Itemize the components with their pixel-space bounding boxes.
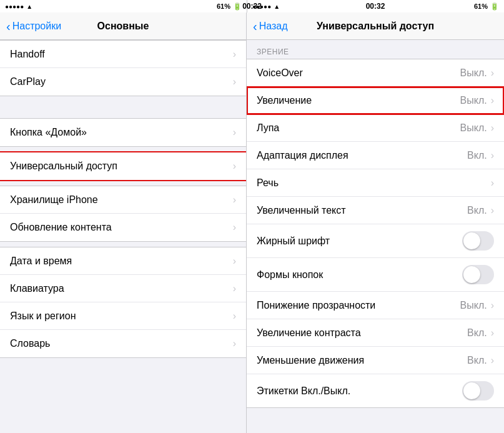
list-item[interactable]: Универсальный доступ › (0, 152, 246, 180)
chevron-icon: › (491, 150, 494, 161)
list-item[interactable]: Уменьшение движения Вкл. › (247, 347, 504, 374)
chevron-icon: › (491, 327, 494, 339)
row-label-reduce-transparency: Понижение прозрачности (257, 300, 460, 311)
left-time: 00:32 (242, 2, 262, 11)
chevron-icon: › (491, 355, 494, 366)
chevron-icon: › (491, 177, 494, 189)
list-item[interactable]: Жирный шрифт (247, 224, 504, 258)
list-item[interactable]: Хранилище iPhone › (0, 186, 246, 214)
left-battery-icon: 🔋 (233, 2, 242, 11)
row-value-magnifier: Выкл. (460, 122, 487, 134)
chevron-icon: › (233, 283, 236, 294)
left-wifi-icon: ▲ (26, 3, 32, 10)
list-item[interactable]: Handoff › (0, 41, 246, 68)
left-separator-4 (0, 242, 246, 247)
row-label-zoom: Увеличение (257, 95, 460, 106)
row-label-reduce-motion: Уменьшение движения (257, 355, 467, 366)
right-wifi-icon: ▲ (274, 3, 280, 10)
row-label-accessibility: Универсальный доступ (10, 161, 233, 172)
row-label-home: Кнопка «Домой» (10, 127, 233, 138)
left-back-button[interactable]: ‹ Настройки (6, 20, 61, 32)
left-battery-pct: 61% (217, 2, 230, 10)
right-status-right: 61% 🔋 (474, 2, 499, 11)
left-back-chevron-icon: ‹ (6, 20, 11, 32)
left-status-bar: ●●●●● ▲ 00:32 61% 🔋 (0, 0, 247, 12)
dual-status-bar: ●●●●● ▲ 00:32 61% 🔋 ●●●●● ▲ 00:32 61% 🔋 (0, 0, 504, 12)
row-label-larger-text: Увеличенный текст (257, 205, 467, 216)
left-panel: Handoff › CarPlay › Кнопка «Домой» › (0, 40, 247, 433)
chevron-icon: › (233, 256, 236, 267)
chevron-icon: › (491, 95, 494, 106)
chevron-icon: › (491, 67, 494, 79)
row-label-speech: Речь (257, 177, 491, 189)
right-battery-icon: 🔋 (490, 2, 499, 11)
row-label-dictionary: Словарь (10, 338, 233, 349)
list-item[interactable]: VoiceOver Выкл. › (247, 59, 504, 87)
list-item[interactable]: Адаптация дисплея Вкл. › (247, 142, 504, 169)
right-nav-bar: ‹ Назад Универсальный доступ (247, 12, 504, 40)
list-item[interactable]: Дата и время › (0, 247, 246, 275)
chevron-icon: › (233, 76, 236, 87)
list-item[interactable]: Увеличенный текст Вкл. › (247, 197, 504, 224)
row-label-storage: Хранилище iPhone (10, 194, 233, 206)
right-settings-list: ЗРЕНИЕ VoiceOver Выкл. › Увеличение Выкл… (247, 40, 504, 433)
chevron-icon: › (491, 205, 494, 216)
left-signal-icon: ●●●●● (5, 3, 24, 10)
row-label-display-adapt: Адаптация дисплея (257, 150, 467, 161)
list-item[interactable]: Обновление контента › (0, 214, 246, 241)
right-time: 00:32 (366, 2, 385, 11)
left-group-5: Дата и время › Клавиатура › Язык и регио… (0, 247, 246, 358)
left-nav-title: Основные (97, 21, 149, 32)
right-status-bar: ●●●●● ▲ 00:32 61% 🔋 (247, 0, 504, 12)
left-separator-3 (0, 181, 246, 186)
left-group-2: Кнопка «Домой» › (0, 118, 246, 147)
right-back-chevron-icon: ‹ (253, 20, 257, 32)
chevron-icon: › (233, 161, 236, 172)
list-item[interactable]: Клавиатура › (0, 275, 246, 302)
chevron-icon: › (233, 194, 236, 206)
right-back-button[interactable]: ‹ Назад (253, 20, 288, 32)
right-back-label: Назад (259, 21, 288, 32)
list-item[interactable]: Речь › (247, 169, 504, 197)
row-label-update: Обновление контента (10, 222, 233, 233)
row-label-bold: Жирный шрифт (257, 236, 462, 247)
dual-nav-bar: ‹ Настройки Основные ‹ Назад Универсальн… (0, 12, 504, 40)
chevron-icon: › (233, 49, 236, 60)
chevron-icon: › (233, 222, 236, 233)
right-nav-title: Универсальный доступ (317, 21, 434, 32)
list-item[interactable]: Лупа Выкл. › (247, 114, 504, 142)
row-label-carplay: CarPlay (10, 76, 233, 87)
list-item[interactable]: Формы кнопок (247, 258, 504, 292)
chevron-icon: › (233, 338, 236, 349)
on-off-labels-toggle[interactable] (462, 381, 494, 401)
list-item[interactable]: Понижение прозрачности Выкл. › (247, 292, 504, 319)
left-status-right: 61% 🔋 (217, 2, 242, 11)
list-item[interactable]: Увеличение Выкл. › (247, 87, 504, 114)
row-label-increase-contrast: Увеличение контраста (257, 327, 467, 339)
list-item[interactable]: CarPlay › (0, 68, 246, 96)
list-item[interactable]: Увеличение контраста Вкл. › (247, 319, 504, 347)
chevron-icon: › (233, 127, 236, 138)
row-label-handoff: Handoff (10, 49, 233, 60)
list-item[interactable]: Этикетки Вкл./Выкл. (247, 374, 504, 407)
left-back-label: Настройки (12, 21, 61, 32)
row-label-keyboard: Клавиатура (10, 283, 233, 294)
row-label-voiceover: VoiceOver (257, 67, 460, 79)
chevron-icon: › (491, 300, 494, 311)
left-settings-list: Handoff › CarPlay › Кнопка «Домой» › (0, 40, 246, 433)
row-value-voiceover: Выкл. (460, 67, 487, 79)
left-nav-bar: ‹ Настройки Основные (0, 12, 247, 40)
left-status-left: ●●●●● ▲ (5, 3, 32, 10)
button-shapes-toggle[interactable] (462, 265, 494, 284)
bold-toggle[interactable] (462, 231, 494, 251)
list-item[interactable]: Кнопка «Домой» › (0, 119, 246, 146)
list-item[interactable]: Язык и регион › (0, 302, 246, 330)
left-group-3: Универсальный доступ › (0, 152, 246, 181)
row-value-display-adapt: Вкл. (467, 150, 487, 161)
row-label-datetime: Дата и время (10, 256, 233, 267)
list-item[interactable]: Словарь › (0, 330, 246, 357)
right-group-vision: VoiceOver Выкл. › Увеличение Выкл. › Луп… (247, 59, 504, 408)
chevron-icon: › (233, 311, 236, 322)
row-label-language: Язык и регион (10, 311, 233, 322)
left-group-1: Handoff › CarPlay › (0, 40, 246, 96)
